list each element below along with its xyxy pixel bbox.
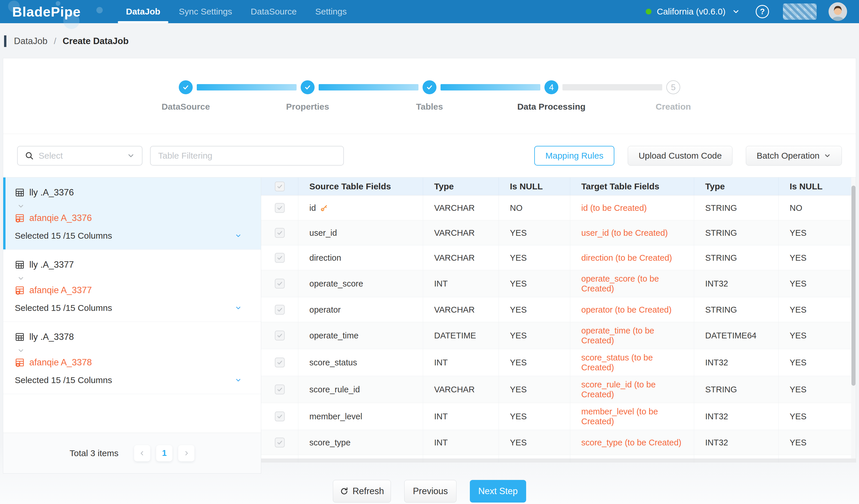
source-field-name: score_rule_id bbox=[310, 384, 360, 394]
breadcrumb: DataJob / Create DataJob bbox=[0, 30, 129, 52]
column-header-target-isnull: Is NULL bbox=[779, 177, 856, 195]
selected-columns-label: Selected 15 /15 Columns bbox=[15, 375, 112, 385]
source-table-icon bbox=[15, 188, 25, 198]
region-selector[interactable]: California (v0.6.0) bbox=[646, 7, 740, 17]
help-icon[interactable]: ? bbox=[756, 5, 769, 18]
pagination-page-1[interactable]: 1 bbox=[156, 445, 172, 461]
row-checkbox[interactable] bbox=[275, 279, 285, 288]
table-row: user_id VARCHAR YES user_id (to be Creat… bbox=[261, 220, 856, 245]
source-field-nullable: YES bbox=[499, 322, 570, 349]
refresh-button[interactable]: Refresh bbox=[333, 480, 391, 503]
source-field-type: INT bbox=[423, 430, 499, 455]
target-field-nullable: YES bbox=[779, 376, 856, 403]
target-field-nullable: YES bbox=[779, 322, 856, 349]
table-row: direction VARCHAR YES direction (to be C… bbox=[261, 245, 856, 270]
target-field-name: member_level (to be Created) bbox=[570, 403, 694, 430]
row-checkbox[interactable] bbox=[275, 203, 285, 213]
target-field-name: score_type (to be Created) bbox=[570, 430, 694, 455]
operation-dropdown[interactable] bbox=[232, 377, 242, 384]
region-status-dot bbox=[646, 9, 651, 15]
target-field-nullable: YES bbox=[779, 430, 856, 455]
row-checkbox[interactable] bbox=[275, 305, 285, 315]
brand-logo[interactable]: BladePipe bbox=[12, 0, 108, 23]
chevron-left-icon bbox=[139, 450, 146, 457]
target-field-nullable: NO bbox=[779, 195, 856, 220]
table-row: operate_score INT YES operate_score (to … bbox=[261, 270, 856, 297]
target-field-name: score_status (to be Created) bbox=[570, 349, 694, 376]
pagination-prev-button[interactable] bbox=[134, 445, 150, 461]
check-icon bbox=[277, 281, 283, 286]
batch-operation-button[interactable]: Batch Operation bbox=[746, 146, 842, 166]
target-field-nullable: YES bbox=[779, 270, 856, 297]
expand-chevron-icon[interactable] bbox=[17, 347, 25, 355]
row-checkbox[interactable] bbox=[275, 438, 285, 447]
row-checkbox[interactable] bbox=[275, 253, 285, 263]
upload-custom-code-button[interactable]: Upload Custom Code bbox=[628, 146, 733, 166]
expand-chevron-icon[interactable] bbox=[17, 202, 25, 210]
select-all-checkbox[interactable] bbox=[275, 182, 285, 191]
table-list-item[interactable]: lly .A_3377 afanqie A_3377 Selected 15 /… bbox=[3, 250, 261, 322]
target-field-name: operate_score (to be Created) bbox=[570, 270, 694, 297]
chevron-down-icon bbox=[732, 7, 740, 16]
row-checkbox[interactable] bbox=[275, 411, 285, 421]
target-table-name: afanqie A_3378 bbox=[29, 357, 92, 368]
selected-columns-label: Selected 15 /15 Columns bbox=[15, 231, 112, 241]
target-field-type: STRING bbox=[694, 245, 779, 270]
scrollbar-thumb[interactable] bbox=[852, 186, 856, 386]
breadcrumb-accent-bar bbox=[4, 35, 6, 47]
source-table-name: lly .A_3378 bbox=[29, 332, 74, 342]
user-avatar[interactable] bbox=[828, 2, 847, 21]
step-check-icon bbox=[301, 80, 315, 94]
step-check-icon bbox=[179, 80, 193, 94]
target-field-nullable: YES bbox=[779, 245, 856, 270]
source-field-type: INT bbox=[423, 403, 499, 430]
chevron-down-icon bbox=[235, 377, 242, 384]
source-field-nullable: YES bbox=[499, 297, 570, 322]
table-filtering-input[interactable] bbox=[150, 146, 344, 166]
pagination-next-button[interactable] bbox=[178, 445, 194, 461]
target-field-type: STRING bbox=[694, 195, 779, 220]
nav-item-settings[interactable]: Settings bbox=[306, 0, 356, 23]
check-icon bbox=[277, 440, 283, 445]
nav-item-datajob[interactable]: DataJob bbox=[117, 0, 169, 23]
source-field-name: member_level bbox=[310, 411, 362, 421]
target-field-type: STRING bbox=[694, 220, 779, 245]
wizard-stepper: DataSource Properties Tables 4 bbox=[3, 58, 856, 134]
vertical-scrollbar[interactable] bbox=[851, 177, 856, 458]
source-field-nullable: YES bbox=[499, 403, 570, 430]
next-step-button[interactable]: Next Step bbox=[470, 480, 526, 503]
table-row: score_status INT YES score_status (to be… bbox=[261, 349, 856, 376]
row-checkbox[interactable] bbox=[275, 384, 285, 394]
check-icon bbox=[277, 307, 283, 313]
previous-button[interactable]: Previous bbox=[404, 480, 456, 503]
source-field-nullable: YES bbox=[499, 430, 570, 455]
source-field-type: INT bbox=[423, 270, 499, 297]
top-navbar: BladePipe DataJob Sync Settings DataSour… bbox=[0, 0, 859, 23]
target-field-nullable: YES bbox=[779, 403, 856, 430]
breadcrumb-parent[interactable]: DataJob bbox=[14, 36, 47, 46]
source-field-name: operator bbox=[310, 305, 341, 315]
row-checkbox[interactable] bbox=[275, 358, 285, 367]
nav-item-sync-settings[interactable]: Sync Settings bbox=[169, 0, 241, 23]
table-row: operator VARCHAR YES operator (to be Cre… bbox=[261, 297, 856, 322]
row-checkbox[interactable] bbox=[275, 228, 285, 238]
operation-dropdown[interactable] bbox=[232, 232, 242, 239]
total-items-label: Total 3 items bbox=[70, 448, 118, 458]
table-list-item[interactable]: lly .A_3378 afanqie A_3378 Selected 15 /… bbox=[3, 322, 261, 394]
row-checkbox[interactable] bbox=[275, 331, 285, 341]
target-table-create-icon bbox=[15, 213, 25, 223]
table-select-dropdown[interactable]: Select bbox=[17, 146, 142, 166]
horizontal-scrollbar[interactable] bbox=[261, 458, 856, 462]
target-table-name: afanqie A_3377 bbox=[29, 285, 92, 296]
mapping-rules-button[interactable]: Mapping Rules bbox=[534, 146, 614, 166]
operation-dropdown[interactable] bbox=[232, 304, 242, 312]
expand-chevron-icon[interactable] bbox=[17, 274, 25, 282]
source-field-type: INT bbox=[423, 349, 499, 376]
table-list-item[interactable]: lly .A_3376 afanqie A_3376 Selected 15 /… bbox=[3, 177, 261, 250]
refresh-icon bbox=[340, 487, 348, 495]
step-number: 4 bbox=[544, 80, 558, 94]
step-number: 5 bbox=[666, 80, 680, 94]
nav-item-datasource[interactable]: DataSource bbox=[241, 0, 306, 23]
source-field-type: VARCHAR bbox=[423, 297, 499, 322]
breadcrumb-separator: / bbox=[54, 36, 56, 46]
